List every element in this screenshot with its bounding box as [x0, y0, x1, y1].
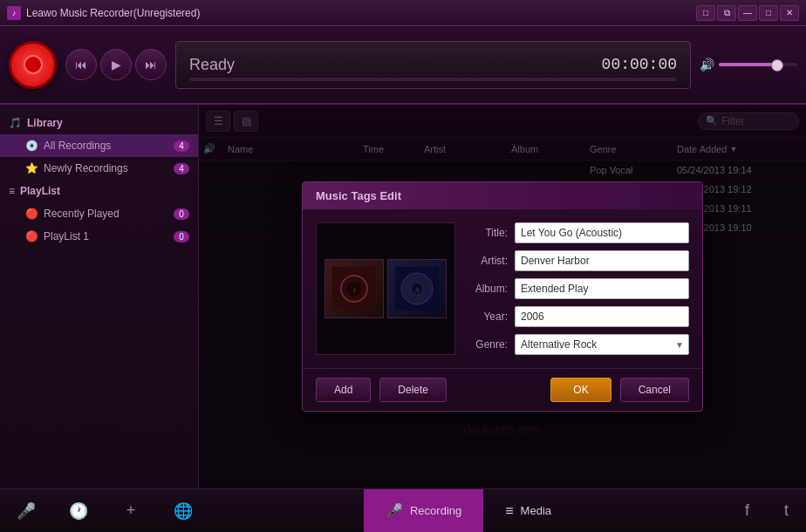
- year-label: Year:: [468, 310, 508, 323]
- album-art-area: ♪ ♫: [316, 222, 455, 355]
- title-input[interactable]: [515, 222, 689, 243]
- volume-slider[interactable]: [719, 63, 797, 66]
- album-thumb-2: ♫: [387, 259, 447, 318]
- main-layout: 🎵 Library 💿 All Recordings 4 ⭐ Newly Rec…: [0, 105, 806, 488]
- year-input[interactable]: [515, 306, 689, 327]
- recently-played-label: Recently Played: [44, 208, 174, 220]
- bottom-social: f t: [727, 489, 806, 533]
- add-icon: +: [126, 501, 136, 520]
- form-row-artist: Artist:: [468, 250, 689, 271]
- all-recordings-icon: 💿: [24, 139, 38, 153]
- content-area: ☰ ▤ 🔍 🔊 Name Time Artist Album Genre Dat…: [199, 105, 806, 488]
- modal-title: Music Tags Edit: [303, 182, 702, 209]
- genre-select[interactable]: Alternative Rock Pop Rock Pop Vocal Othe…: [515, 334, 689, 355]
- playlist1-badge: 0: [174, 231, 189, 242]
- album-input[interactable]: [515, 278, 689, 299]
- artist-label: Artist:: [468, 255, 508, 267]
- recently-icon: 🔴: [24, 207, 38, 221]
- sidebar-item-recently-played[interactable]: 🔴 Recently Played 0: [0, 202, 198, 225]
- microphone-button[interactable]: 🎤: [0, 489, 52, 533]
- mic-icon: 🎤: [17, 501, 36, 521]
- newly-recordings-badge: 4: [174, 163, 189, 174]
- sidebar: 🎵 Library 💿 All Recordings 4 ⭐ Newly Rec…: [0, 105, 199, 488]
- genre-select-wrap: Alternative Rock Pop Rock Pop Vocal Othe…: [515, 334, 689, 355]
- cancel-button[interactable]: Cancel: [620, 378, 689, 402]
- win-minimize-btn[interactable]: —: [738, 5, 757, 21]
- app-title: Leawo Music Recorder(Unregistered): [26, 7, 696, 19]
- genre-label: Genre:: [468, 338, 508, 351]
- form-area: Title: Artist: Album: Year:: [468, 222, 689, 355]
- all-recordings-label: All Recordings: [44, 140, 174, 152]
- form-row-year: Year:: [468, 306, 689, 327]
- recording-tab[interactable]: 🎤 Recording: [364, 489, 483, 533]
- clock-button[interactable]: 🕐: [52, 489, 105, 533]
- newly-recordings-label: Newly Recordings: [44, 162, 174, 174]
- library-section-header: 🎵 Library: [0, 112, 198, 134]
- globe-button[interactable]: 🌐: [157, 489, 209, 533]
- facebook-icon: f: [745, 501, 749, 520]
- facebook-button[interactable]: f: [727, 489, 767, 533]
- volume-area: 🔊: [700, 58, 797, 72]
- delete-button[interactable]: Delete: [379, 378, 447, 402]
- form-row-genre: Genre: Alternative Rock Pop Rock Pop Voc…: [468, 334, 689, 355]
- play-button[interactable]: ▶: [100, 49, 132, 80]
- transport-controls: ⏮ ▶ ⏭: [65, 49, 167, 80]
- modal-body: ♪ ♫: [303, 209, 702, 368]
- win-maximize-btn[interactable]: □: [759, 5, 778, 21]
- ok-button[interactable]: OK: [550, 378, 611, 402]
- title-bar: ♪ Leawo Music Recorder(Unregistered) □ ⧉…: [0, 0, 806, 26]
- recording-tab-label: Recording: [410, 504, 461, 517]
- recently-played-badge: 0: [174, 208, 189, 220]
- recording-tab-icon: 🎤: [386, 502, 403, 519]
- bottom-center-tabs: 🎤 Recording ≡ Media: [209, 489, 727, 533]
- modal-footer: Add Delete OK Cancel: [303, 368, 702, 411]
- modal-overlay: Music Tags Edit ♪: [199, 105, 806, 488]
- win-close-btn[interactable]: ✕: [780, 5, 799, 21]
- sidebar-item-playlist1[interactable]: 🔴 PlayList 1 0: [0, 225, 198, 248]
- win-resize-btn[interactable]: □: [696, 5, 715, 21]
- library-label: Library: [27, 117, 63, 129]
- media-tab[interactable]: ≡ Media: [483, 489, 573, 533]
- playlist-icon: ≡: [9, 185, 15, 197]
- playlist-label: PlayList: [20, 185, 60, 197]
- ready-text: Ready: [189, 56, 235, 74]
- app-icon: ♪: [7, 6, 21, 20]
- volume-icon: 🔊: [700, 58, 714, 72]
- playlist1-label: PlayList 1: [44, 230, 174, 242]
- playlist-section-header: ≡ PlayList: [0, 180, 198, 202]
- media-tab-icon: ≡: [505, 503, 513, 519]
- title-label: Title:: [468, 227, 508, 239]
- globe-icon: 🌐: [174, 501, 193, 521]
- twitter-icon: t: [784, 501, 789, 520]
- svg-text:♪: ♪: [352, 286, 356, 294]
- library-icon: 🎵: [9, 117, 22, 129]
- sidebar-item-newly-recordings[interactable]: ⭐ Newly Recordings 4: [0, 157, 198, 180]
- sidebar-item-all-recordings[interactable]: 💿 All Recordings 4: [0, 134, 198, 157]
- progress-area[interactable]: Ready 00:00:00: [175, 41, 691, 89]
- bottom-bar: 🎤 🕐 + 🌐 🎤 Recording ≡ Media f t: [0, 488, 806, 532]
- win-restore-btn[interactable]: ⧉: [717, 5, 736, 21]
- window-controls: □ ⧉ — □ ✕: [696, 5, 799, 21]
- media-tab-label: Media: [521, 504, 551, 517]
- music-tags-modal: Music Tags Edit ♪: [302, 181, 703, 412]
- form-row-album: Album:: [468, 278, 689, 299]
- prev-button[interactable]: ⏮: [65, 49, 97, 80]
- form-row-title: Title:: [468, 222, 689, 243]
- progress-bar: [189, 78, 677, 81]
- svg-text:♫: ♫: [414, 286, 420, 294]
- add-button[interactable]: Add: [316, 378, 371, 402]
- playlist1-icon: 🔴: [24, 229, 38, 243]
- time-display: 00:00:00: [602, 56, 677, 73]
- album-label: Album:: [468, 283, 508, 295]
- add-button-bottom[interactable]: +: [105, 489, 157, 533]
- twitter-button[interactable]: t: [767, 489, 806, 533]
- album-thumb-1: ♪: [324, 259, 384, 318]
- newly-icon: ⭐: [24, 161, 38, 175]
- next-button[interactable]: ⏭: [135, 49, 167, 80]
- artist-input[interactable]: [515, 250, 689, 271]
- all-recordings-badge: 4: [174, 140, 189, 152]
- record-button[interactable]: [9, 41, 57, 89]
- clock-icon: 🕐: [69, 501, 88, 521]
- transport-bar: ⏮ ▶ ⏭ Ready 00:00:00 🔊: [0, 26, 806, 105]
